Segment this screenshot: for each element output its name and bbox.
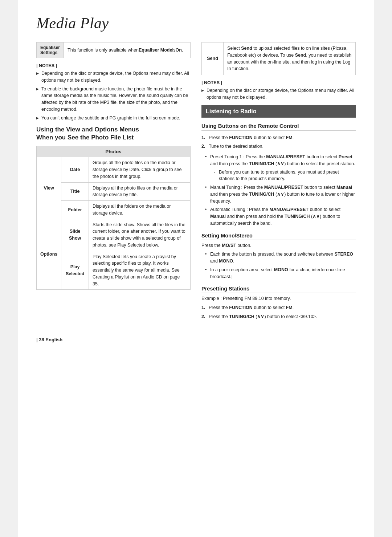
remote-control-section: Using Buttons on the Remote Control 1. P… — [201, 123, 356, 227]
page-title: Media Play — [36, 15, 356, 32]
notes-left: | NOTES | Depending on the disc or stora… — [36, 63, 191, 121]
equaliser-box: Equaliser Settings This function is only… — [36, 42, 191, 58]
play-selected-desc: Play Selected lets you create a playlist… — [89, 251, 191, 290]
presetting-step-2: 2. Press the TUNING/CH (∧∨) button to se… — [201, 313, 356, 320]
slideshow-desc: Starts the slide show. Shows all the fil… — [89, 219, 191, 251]
presetting-heading: Presetting Stations — [201, 286, 356, 293]
eq-labels: Equaliser Settings — [37, 42, 64, 58]
remote-control-steps: 1. Press the FUNCTION button to select F… — [201, 134, 356, 150]
notes-right-item: Depending on the disc or storage device,… — [201, 87, 356, 101]
slideshow-sub-header: Slide Show — [61, 219, 89, 251]
eq-label1: Equaliser — [40, 45, 60, 50]
remote-control-heading: Using Buttons on the Remote Control — [201, 123, 356, 131]
eq-label2: Settings — [40, 50, 60, 55]
send-desc: Select Send to upload selected files to … — [224, 42, 356, 75]
mono-stereo-heading: Setting Mono/Stereo — [201, 233, 356, 240]
notes-left-item: You can't enlarge the subtitle and PG gr… — [36, 115, 191, 122]
notes-right-list: Depending on the disc or storage device,… — [201, 87, 356, 101]
presetting-steps: 1. Press the FUNCTION button to select F… — [201, 304, 356, 320]
title-desc: Displays all the photo files on the medi… — [89, 182, 191, 201]
left-column: Equaliser Settings This function is only… — [36, 42, 191, 326]
stereo-bullet: Each time the button is pressed, the sou… — [205, 251, 356, 265]
options-row-header: Options — [37, 219, 61, 290]
preset-tuning-bullet: Preset Tuning 1 : Press the MANUAL/PRESE… — [205, 154, 356, 182]
notes-left-list: Depending on the disc or storage device,… — [36, 70, 191, 121]
main-content: Equaliser Settings This function is only… — [36, 42, 356, 326]
step-2: 2. Tune to the desired station. — [201, 143, 356, 150]
notes-right-title: | NOTES | — [201, 80, 356, 85]
title-sub-header: Title — [61, 182, 89, 201]
eq-content: This function is only available when Equ… — [64, 42, 187, 58]
listening-heading: Listening to Radio — [201, 105, 356, 118]
footer: | 38 English — [36, 337, 356, 342]
presetting-step-1: 1. Press the FUNCTION button to select F… — [201, 304, 356, 311]
preset-subbullet-item: Before you can tune to preset stations, … — [214, 169, 356, 183]
presetting-desc: Example : Presetting FM 89.10 into memor… — [201, 295, 356, 302]
notes-left-item: To enable the background music function,… — [36, 86, 191, 113]
mono-bullet: In a poor reception area, select MONO fo… — [205, 267, 356, 280]
mono-stereo-section: Setting Mono/Stereo Press the MO/ST butt… — [201, 233, 356, 280]
mono-stereo-bullets: Each time the button is pressed, the sou… — [205, 251, 356, 280]
mono-stereo-desc: Press the MO/ST button. — [201, 242, 356, 249]
step-1: 1. Press the FUNCTION button to select F… — [201, 134, 356, 141]
presetting-section: Presetting Stations Example : Presetting… — [201, 286, 356, 320]
preset-tuning-subbullet: Before you can tune to preset stations, … — [214, 169, 356, 183]
photos-table-header: Photos — [37, 146, 191, 157]
notes-left-item: Depending on the disc or storage device,… — [36, 70, 191, 84]
photos-table: Photos View Date Groups all the photo fi… — [36, 146, 191, 290]
date-desc: Groups all the photo files on the media … — [89, 157, 191, 182]
folder-sub-header: Folder — [61, 201, 89, 219]
send-table: Send Select Send to upload selected file… — [201, 42, 356, 75]
notes-right: | NOTES | Depending on the disc or stora… — [201, 80, 356, 101]
auto-tuning-bullet: Automatic Tuning : Press the MANUAL/PRES… — [205, 206, 356, 227]
date-sub-header: Date — [61, 157, 89, 182]
manual-tuning-bullet: Manual Tuning : Press the MANUAL/PRESET … — [205, 184, 356, 204]
page-container: Media Play Equaliser Settings This funct… — [18, 0, 374, 537]
notes-left-title: | NOTES | — [36, 63, 191, 68]
right-column: Send Select Send to upload selected file… — [201, 42, 356, 326]
send-label: Send — [202, 42, 224, 75]
view-row-header: View — [37, 157, 61, 219]
tuning-bullets: Preset Tuning 1 : Press the MANUAL/PRESE… — [205, 154, 356, 227]
view-options-heading: Using the View and Options Menus When yo… — [36, 126, 191, 142]
folder-desc: Displays all the folders on the media or… — [89, 201, 191, 219]
play-selected-sub-header: PlaySelected — [61, 251, 89, 290]
